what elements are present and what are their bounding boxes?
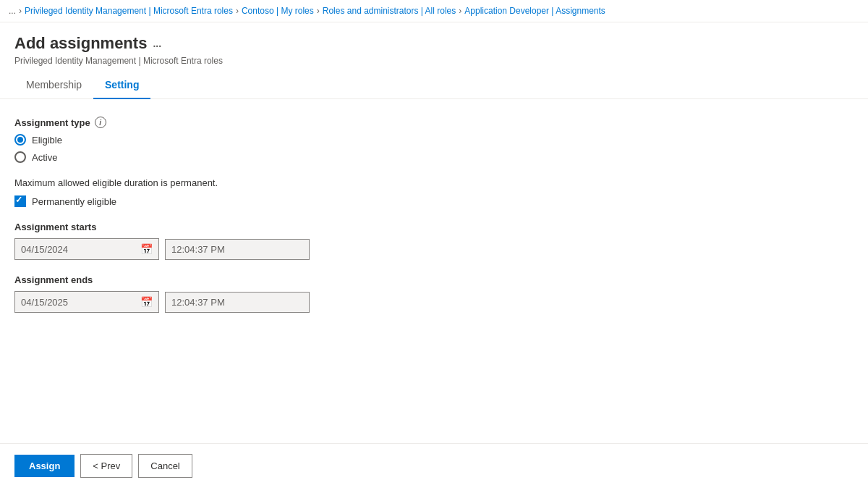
breadcrumb-sep-1: › [236,6,239,16]
assignment-starts-calendar-icon[interactable]: 📅 [140,243,153,255]
radio-eligible-input[interactable] [14,134,26,146]
assignment-ends-label: Assignment ends [14,274,854,285]
permanently-eligible-item[interactable]: Permanently eligible [14,195,854,207]
assignment-ends-date-text: 04/15/2025 [21,297,136,308]
notice-text: Maximum allowed eligible duration is per… [14,177,854,188]
assignment-starts-label: Assignment starts [14,222,854,232]
breadcrumb-sep-0: › [19,6,22,16]
radio-eligible-label: Eligible [32,135,62,146]
breadcrumb-more[interactable]: ... [9,6,16,16]
breadcrumb-contoso[interactable]: Contoso | My roles [242,6,314,16]
page-header: Add assignments ... Privileged Identity … [0,22,868,72]
assignment-starts-row: 04/15/2024 📅 12:04:37 PM [14,238,854,260]
tab-setting[interactable]: Setting [93,72,150,99]
breadcrumb-pim[interactable]: Privileged Identity Management | Microso… [25,6,233,16]
breadcrumb-roles-admin[interactable]: Roles and administrators | All roles [323,6,456,16]
page-subtitle: Privileged Identity Management | Microso… [14,56,854,66]
permanently-eligible-checkbox[interactable] [14,195,26,207]
assignment-ends-calendar-icon[interactable]: 📅 [140,296,153,308]
content-area: Assignment type i Eligible Active Maximu… [0,99,868,342]
breadcrumb: ... › Privileged Identity Management | M… [0,0,868,22]
assignment-ends-row: 04/15/2025 📅 12:04:37 PM [14,291,854,313]
radio-eligible[interactable]: Eligible [14,134,854,146]
assignment-ends-time[interactable]: 12:04:37 PM [165,292,310,313]
radio-active-input[interactable] [14,151,26,163]
header-more-icon[interactable]: ... [153,38,161,49]
breadcrumb-sep-2: › [317,6,320,16]
assignment-ends-date-wrapper[interactable]: 04/15/2025 📅 [14,291,159,313]
assignment-type-label: Assignment type [14,117,90,128]
assignment-starts-time[interactable]: 12:04:37 PM [165,239,310,260]
permanently-eligible-label: Permanently eligible [32,196,116,207]
assignment-starts-date-text: 04/15/2024 [21,244,136,255]
radio-active[interactable]: Active [14,151,854,163]
assignment-type-radio-group: Eligible Active [14,134,854,163]
assignment-ends-section: Assignment ends 04/15/2025 📅 12:04:37 PM [14,274,854,313]
assignment-type-group: Assignment type i Eligible Active [14,117,854,163]
assignment-type-info-icon[interactable]: i [95,117,106,128]
tab-membership[interactable]: Membership [14,72,93,99]
tabs-container: Membership Setting [0,72,868,99]
breadcrumb-sep-3: › [459,6,461,16]
breadcrumb-app-dev[interactable]: Application Developer | Assignments [464,6,605,16]
radio-active-label: Active [32,152,57,163]
page-title-text: Add assignments [14,34,147,53]
assignment-starts-date-wrapper[interactable]: 04/15/2024 📅 [14,238,159,260]
assignment-starts-section: Assignment starts 04/15/2024 📅 12:04:37 … [14,222,854,260]
